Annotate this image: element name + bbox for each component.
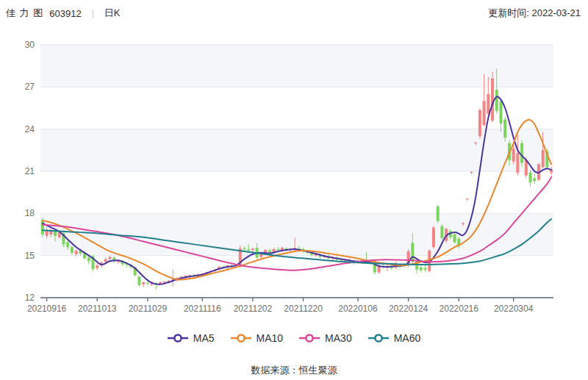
candle <box>437 205 440 223</box>
candle-body <box>276 249 279 250</box>
candle-body <box>516 153 519 173</box>
candle-body <box>159 282 162 284</box>
candle-body <box>247 249 250 251</box>
candle-body <box>71 247 74 253</box>
candle-body <box>251 248 254 250</box>
candle <box>432 226 435 249</box>
chart-area: 3027242118151220210916202110132021102920… <box>0 26 588 320</box>
candle <box>529 170 532 187</box>
candle-body <box>520 143 523 163</box>
candle-body <box>281 248 284 250</box>
candle-body <box>437 207 440 221</box>
candle-body <box>487 94 490 114</box>
candle-body <box>268 251 271 253</box>
x-axis-tick-label: 20220216 <box>440 304 479 314</box>
legend-item-ma60[interactable]: MA60 <box>368 332 421 344</box>
candle <box>491 71 494 122</box>
candle-body <box>108 257 111 259</box>
y-axis-tick-label: 27 <box>25 82 35 92</box>
x-axis-tick-label: 20220304 <box>494 304 534 314</box>
y-axis-labels: 30272421181512 <box>25 40 35 303</box>
y-axis-tick-label: 18 <box>25 208 35 218</box>
candle <box>96 263 98 270</box>
candle-body <box>491 79 494 121</box>
candle <box>478 108 481 139</box>
x-axis-tick-label: 20220124 <box>389 304 429 314</box>
legend-label: MA30 <box>325 332 352 344</box>
candle-body <box>483 101 486 124</box>
candle-body <box>137 276 140 284</box>
candle-body <box>462 223 465 224</box>
candle-body <box>440 226 443 238</box>
legend-label: MA10 <box>257 332 284 344</box>
plot-band <box>40 45 553 87</box>
candle-body <box>478 110 481 136</box>
plot-band <box>40 129 553 171</box>
candle <box>239 245 242 268</box>
update-time: 更新时间: 2022-03-21 <box>488 7 581 20</box>
x-axis: 2021091620211013202110292021111620211202… <box>27 298 553 314</box>
candle-body <box>411 243 414 262</box>
candle <box>470 171 473 174</box>
x-axis-tick-label: 20210916 <box>27 304 67 314</box>
legend-circle <box>174 334 181 341</box>
legend-circle <box>237 334 244 341</box>
x-axis-tick-label: 20211116 <box>184 304 221 314</box>
candle-body <box>466 198 469 199</box>
candle-body <box>499 101 502 123</box>
legend-item-ma10[interactable]: MA10 <box>231 332 284 344</box>
legend-circle <box>306 334 313 341</box>
legend-marker-icon <box>368 333 389 343</box>
stock-name: 佳 力 图 <box>6 7 43 20</box>
candle-body <box>503 119 506 137</box>
candle-body <box>529 173 532 182</box>
legend-marker-icon <box>231 333 251 343</box>
legend-item-ma5[interactable]: MA5 <box>168 332 215 344</box>
candles-layer <box>41 68 553 289</box>
candle-body <box>104 259 107 262</box>
period-label: 日K <box>104 7 121 20</box>
candle-body <box>512 148 515 161</box>
candle <box>137 276 140 286</box>
candle-body <box>470 172 473 173</box>
candle-body <box>87 258 90 262</box>
price-chart: 3027242118151220210916202110132021102920… <box>0 26 588 320</box>
header-divider: | <box>87 8 98 18</box>
ma-line-ma5 <box>43 96 551 284</box>
candle-body <box>75 251 78 254</box>
stock-code: 603912 <box>49 8 81 19</box>
legend-circle <box>375 334 381 341</box>
candle-body <box>542 150 545 167</box>
candle-body <box>474 143 477 143</box>
x-axis-tick-label: 20211202 <box>234 304 273 314</box>
candle-body <box>420 268 423 270</box>
candle-body <box>66 243 69 248</box>
plot-bands <box>40 45 553 256</box>
header-left: 佳 力 图 603912 | 日K <box>6 7 120 20</box>
y-axis-tick-label: 30 <box>25 40 35 50</box>
x-axis-tick-label: 20211029 <box>129 304 168 314</box>
stock-chart-panel: 佳 力 图 603912 | 日K 更新时间: 2022-03-21 30272… <box>0 0 588 380</box>
candle <box>386 265 389 271</box>
y-axis-tick-label: 15 <box>25 251 35 261</box>
y-axis-tick-label: 12 <box>25 293 35 303</box>
candle <box>533 173 536 184</box>
x-axis-tick-label: 20211013 <box>78 304 117 314</box>
candle <box>453 233 456 243</box>
candle <box>466 198 469 201</box>
y-axis-tick-label: 24 <box>25 124 35 135</box>
candle <box>440 224 443 240</box>
legend-label: MA60 <box>394 332 421 344</box>
candle <box>424 265 427 272</box>
candle <box>142 282 145 287</box>
candle <box>415 259 418 273</box>
candle-body <box>533 179 536 182</box>
data-source-note: 数据来源：恒生聚源 <box>0 364 588 377</box>
candle-body <box>146 283 149 284</box>
candle-body <box>495 90 498 111</box>
candle-body <box>142 282 145 284</box>
x-axis-tick-label: 20211220 <box>284 304 323 314</box>
legend-item-ma30[interactable]: MA30 <box>299 332 352 344</box>
legend-label: MA5 <box>193 332 215 344</box>
candle-body <box>424 268 427 270</box>
